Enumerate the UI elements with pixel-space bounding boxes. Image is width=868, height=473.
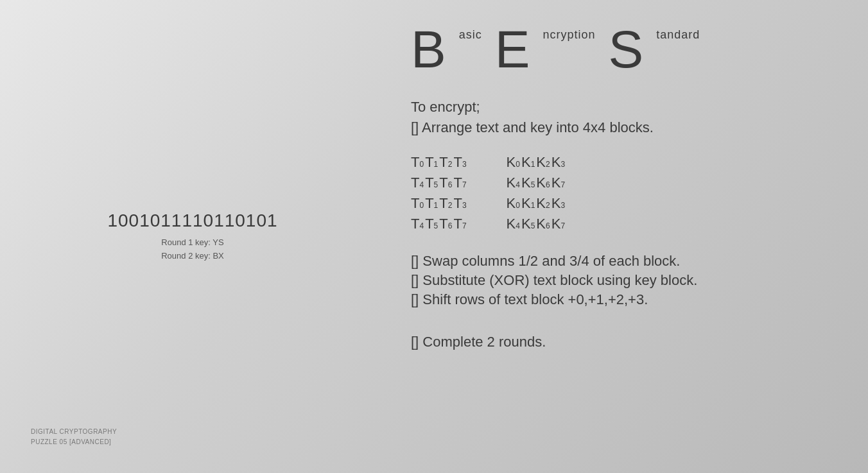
text-block: T0 T1 T2 T3 T4 T5 T6 T7 T0 T1 T2 T3 T4 T…	[411, 154, 468, 232]
cell-t6b: T6	[439, 216, 453, 232]
cell-k2: K2	[536, 154, 551, 171]
cell-t2: T2	[439, 154, 453, 171]
bes-title: B asic E ncryption S tandard	[411, 23, 837, 76]
s-word: tandard	[656, 28, 700, 42]
key-block: K0 K1 K2 K3 K4 K5 K6 K7 K0 K1 K2 K3 K4 K…	[507, 154, 567, 232]
binary-number: 1001011110110101	[107, 211, 277, 231]
cell-t7b: T7	[453, 216, 467, 232]
cell-k3: K3	[551, 154, 566, 171]
cell-t0: T0	[411, 154, 425, 171]
round-keys: Round 1 key: YS Round 2 key: BX	[161, 236, 224, 263]
round2-key: Round 2 key: BX	[161, 250, 224, 263]
cell-t2b: T2	[439, 195, 453, 212]
cell-k2b: K2	[536, 195, 551, 212]
cell-t6: T6	[439, 175, 453, 191]
cell-k3b: K3	[551, 195, 566, 212]
cell-t4: T4	[411, 175, 425, 191]
cell-t3b: T3	[453, 195, 467, 212]
cell-k5: K5	[521, 175, 536, 191]
cell-t1: T1	[425, 154, 439, 171]
cell-t0b: T0	[411, 195, 425, 212]
left-panel: 1001011110110101 Round 1 key: YS Round 2…	[0, 0, 385, 473]
cell-k6: K6	[536, 175, 551, 191]
intro-text: To encrypt;	[411, 99, 837, 116]
cell-k1b: K1	[521, 195, 536, 212]
cell-t5b: T5	[425, 216, 439, 232]
e-word: ncryption	[542, 28, 595, 42]
b-letter: B	[411, 23, 446, 76]
e-letter: E	[495, 23, 530, 76]
step3-text: [] Shift rows of text block +0,+1,+2,+3.	[411, 291, 837, 308]
cell-k4: K4	[507, 175, 521, 191]
block-grids: T0 T1 T2 T3 T4 T5 T6 T7 T0 T1 T2 T3 T4 T…	[411, 154, 837, 232]
cell-k7b: K7	[551, 216, 566, 232]
step1-text: [] Swap columns 1/2 and 3/4 of each bloc…	[411, 253, 837, 270]
cell-k4b: K4	[507, 216, 521, 232]
puzzle-label: DIGITAL CRYPTOGRAPHY PUZZLE 05 [ADVANCED…	[31, 427, 117, 447]
cell-k0b: K0	[507, 195, 521, 212]
cell-t5: T5	[425, 175, 439, 191]
step0-text: [] Arrange text and key into 4x4 blocks.	[411, 119, 837, 136]
round1-key: Round 1 key: YS	[161, 236, 224, 250]
s-letter: S	[608, 23, 643, 76]
right-panel: B asic E ncryption S tandard To encrypt;…	[385, 0, 868, 473]
cell-t7: T7	[453, 175, 467, 191]
cell-k7: K7	[551, 175, 566, 191]
cell-k6b: K6	[536, 216, 551, 232]
cell-k0: K0	[507, 154, 521, 171]
cell-t3: T3	[453, 154, 467, 171]
step2-text: [] Substitute (XOR) text block using key…	[411, 272, 837, 289]
b-word: asic	[459, 28, 482, 42]
cell-k5b: K5	[521, 216, 536, 232]
cell-t1b: T1	[425, 195, 439, 212]
cell-k1: K1	[521, 154, 536, 171]
step4-text: [] Complete 2 rounds.	[411, 334, 837, 350]
cell-t4b: T4	[411, 216, 425, 232]
steps-list: [] Swap columns 1/2 and 3/4 of each bloc…	[411, 253, 837, 311]
